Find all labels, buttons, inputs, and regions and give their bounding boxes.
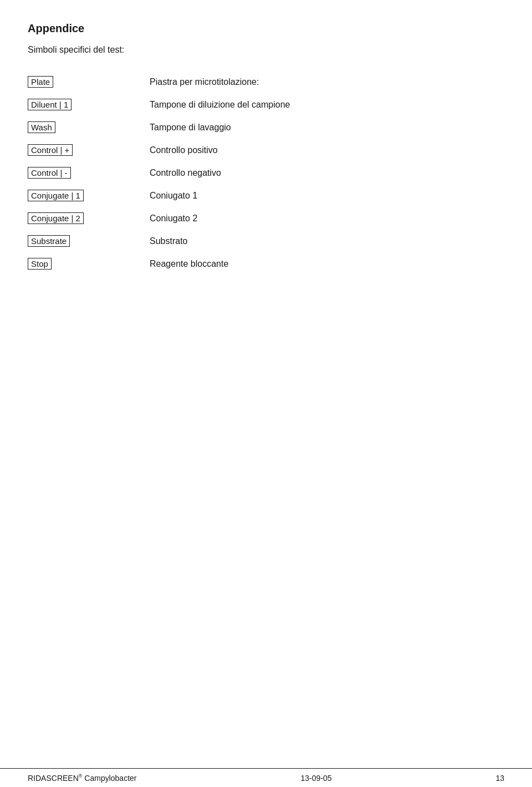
symbol-box: Diluent | 1 xyxy=(28,99,71,110)
table-row: Control | -Controllo negativo xyxy=(28,161,504,184)
description-cell: Controllo positivo xyxy=(150,139,504,161)
footer-product: Campylobacter xyxy=(84,774,136,783)
table-row: Diluent | 1Tampone di diluizione del cam… xyxy=(28,93,504,116)
description-cell: Controllo negativo xyxy=(150,161,504,184)
symbol-box: Substrate xyxy=(28,235,70,247)
table-row: WashTampone di lavaggio xyxy=(28,116,504,139)
footer-brand-name: RIDASCREEN xyxy=(28,774,79,783)
footer-brand: RIDASCREEN® Campylobacter xyxy=(28,773,136,783)
symbol-box: Wash xyxy=(28,121,55,133)
footer-brand-superscript: ® xyxy=(79,773,83,779)
symbol-cell: Control | - xyxy=(28,161,150,184)
symbol-cell: Diluent | 1 xyxy=(28,93,150,116)
symbol-cell: Conjugate | 2 xyxy=(28,207,150,230)
description-cell: Coniugato 1 xyxy=(150,184,504,207)
table-row: Conjugate | 2Coniugato 2 xyxy=(28,207,504,230)
symbol-cell: Substrate xyxy=(28,230,150,252)
description-cell: Tampone di diluizione del campione xyxy=(150,93,504,116)
description-cell: Tampone di lavaggio xyxy=(150,116,504,139)
symbol-cell: Stop xyxy=(28,252,150,275)
description-cell: Substrato xyxy=(150,230,504,252)
page-title: Appendice xyxy=(28,22,504,35)
table-row: Conjugate | 1Coniugato 1 xyxy=(28,184,504,207)
symbol-cell: Conjugate | 1 xyxy=(28,184,150,207)
symbol-cell: Plate xyxy=(28,70,150,93)
description-cell: Piastra per microtitolazione: xyxy=(150,70,504,93)
symbol-cell: Wash xyxy=(28,116,150,139)
symbol-box: Stop xyxy=(28,258,52,270)
footer-page-number: 13 xyxy=(495,774,504,783)
footer-date: 13-09-05 xyxy=(300,774,331,783)
table-row: SubstrateSubstrato xyxy=(28,230,504,252)
symbol-box: Control | - xyxy=(28,167,71,179)
symbol-box: Conjugate | 1 xyxy=(28,190,84,201)
description-cell: Reagente bloccante xyxy=(150,252,504,275)
description-cell: Coniugato 2 xyxy=(150,207,504,230)
subtitle: Simboli specifici del test: xyxy=(28,45,504,55)
table-row: StopReagente bloccante xyxy=(28,252,504,275)
symbol-box: Conjugate | 2 xyxy=(28,212,84,224)
page-content: Appendice Simboli specifici del test: Pl… xyxy=(0,0,532,319)
symbol-cell: Control | + xyxy=(28,139,150,161)
symbol-box: Plate xyxy=(28,76,53,88)
symbols-table: PlatePiastra per microtitolazione:Diluen… xyxy=(28,70,504,275)
symbol-box: Control | + xyxy=(28,144,73,156)
page-footer: RIDASCREEN® Campylobacter 13-09-05 13 xyxy=(0,768,532,787)
table-row: PlatePiastra per microtitolazione: xyxy=(28,70,504,93)
table-row: Control | +Controllo positivo xyxy=(28,139,504,161)
